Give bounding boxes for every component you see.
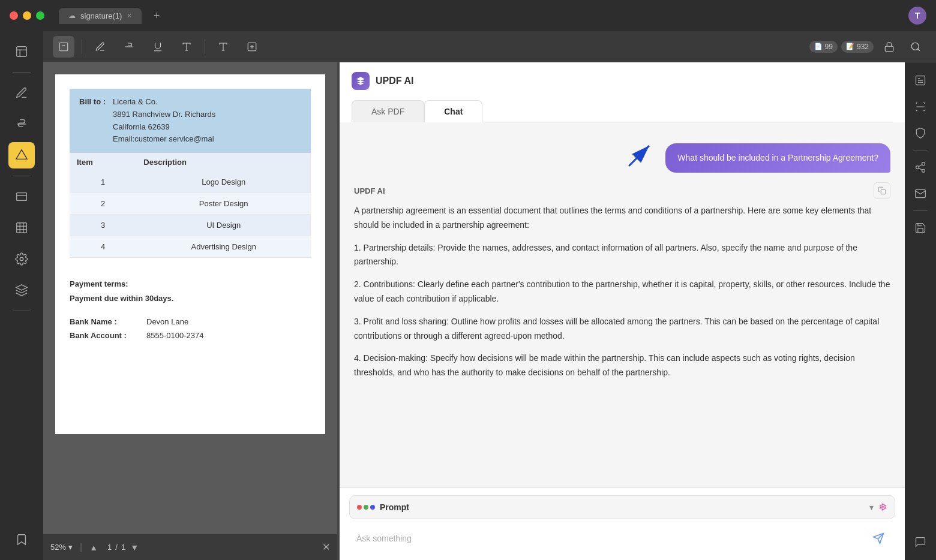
ask-input[interactable] (356, 534, 864, 543)
minimize-button[interactable] (23, 11, 31, 20)
comment-icon[interactable] (910, 531, 931, 553)
sidebar-item-list[interactable] (8, 183, 35, 210)
next-page-button[interactable]: ▼ (130, 543, 139, 552)
ai-logo: UPDF AI (352, 72, 893, 90)
separator: | (80, 542, 82, 553)
sidebar-item-highlight[interactable] (8, 142, 35, 168)
cloud-icon: ☁ (68, 11, 76, 20)
zoom-level: 52% (50, 543, 66, 552)
item-num: 4 (70, 236, 136, 258)
ask-input-row (349, 524, 895, 553)
text-box-button[interactable] (241, 36, 263, 58)
item-num: 1 (70, 171, 136, 193)
pdf-panel: Bill to : Liceria & Co. 3891 Ranchview D… (43, 62, 337, 560)
separator-3 (13, 311, 31, 311)
text-color-button[interactable] (176, 36, 197, 58)
search-button[interactable] (905, 36, 926, 58)
avatar: T (908, 7, 926, 25)
prompt-label: Prompt (380, 502, 409, 512)
prompt-bar[interactable]: Prompt ▾ ❄ (349, 495, 895, 519)
maximize-button[interactable] (36, 11, 44, 20)
table-row: 2 Poster Design (70, 193, 311, 215)
right-sidebar (905, 62, 936, 560)
zoom-control[interactable]: 52% ▾ (50, 543, 73, 552)
address-line1: 3891 Ranchview Dr. Richards (113, 109, 215, 121)
response-para-1: 1. Partnership details: Provide the name… (354, 241, 890, 270)
protect-icon[interactable] (910, 122, 931, 144)
svg-rect-24 (885, 46, 893, 51)
close-button[interactable] (10, 11, 18, 20)
response-para-0: A partnership agreement is an essential … (354, 204, 890, 233)
separator (82, 40, 82, 54)
tab-chat[interactable]: Chat (424, 100, 482, 122)
payment-terms-value: Payment due within 30days. (70, 291, 311, 305)
ocr-icon[interactable] (910, 70, 931, 91)
page-total: 1 (121, 543, 125, 552)
separator (13, 72, 31, 73)
strikethrough-tool-button[interactable] (118, 36, 140, 58)
bill-to-row: Bill to : Liceria & Co. 3891 Ranchview D… (79, 96, 301, 146)
words-count: 932 (857, 43, 869, 51)
words-badge: 📝 932 (841, 41, 874, 53)
tab-ask-pdf[interactable]: Ask PDF (352, 100, 424, 122)
pdf-page: Bill to : Liceria & Co. 3891 Ranchview D… (55, 74, 325, 434)
font-type-button[interactable] (212, 36, 234, 58)
sidebar-item-edit[interactable] (8, 246, 35, 272)
send-button[interactable] (869, 529, 888, 548)
svg-line-37 (919, 164, 922, 166)
sidebar-item-pen[interactable] (8, 80, 35, 106)
bank-account-value: 8555-0100-2374 (146, 331, 203, 340)
prompt-chevron-icon[interactable]: ▾ (869, 502, 874, 512)
zoom-chevron-icon: ▾ (68, 543, 73, 552)
pen-tool-button[interactable] (89, 36, 111, 58)
save-icon[interactable] (910, 217, 931, 239)
copy-button[interactable] (874, 182, 890, 199)
bank-name-label: Bank Name : (70, 317, 142, 326)
sidebar-item-table[interactable] (8, 215, 35, 241)
add-tab-button[interactable]: + (149, 8, 164, 23)
ai-logo-text: UPDF AI (376, 76, 413, 86)
ai-chat-area: What should be included in a Partnership… (340, 122, 905, 487)
separator-2 (13, 176, 31, 176)
bank-name-value: Devon Lane (146, 317, 188, 326)
sidebar-item-strikethrough[interactable] (8, 111, 35, 137)
traffic-lights (10, 11, 44, 20)
pages-badge: 📄 99 (809, 41, 838, 53)
share-icon[interactable] (910, 156, 931, 178)
svg-line-36 (919, 168, 922, 170)
tab-close-icon[interactable]: ✕ (127, 12, 132, 20)
email-icon[interactable] (910, 183, 931, 204)
ai-response-header: UPDF AI (354, 182, 890, 199)
underline-tool-button[interactable] (147, 36, 169, 58)
ai-response-text: A partnership agreement is an essential … (354, 204, 890, 380)
svg-marker-12 (16, 285, 27, 290)
company-name: Liceria & Co. (113, 96, 215, 109)
prev-page-button[interactable]: ▲ (89, 543, 98, 552)
bill-to-label: Bill to : (79, 96, 106, 146)
updf-ai-icon (352, 72, 370, 90)
payment-terms-label: Payment terms: (70, 277, 311, 291)
pages-icon: 📄 (814, 43, 823, 50)
arrow-indicator (622, 137, 658, 173)
table-row: 1 Logo Design (70, 171, 311, 193)
ai-tabs: Ask PDF Chat (352, 100, 893, 122)
bill-to-address: Liceria & Co. 3891 Ranchview Dr. Richard… (113, 96, 215, 146)
col-desc: Description (136, 153, 311, 171)
svg-line-28 (629, 146, 650, 166)
dot-red (357, 505, 362, 510)
bank-account-label: Bank Account : (70, 331, 142, 340)
scan-icon[interactable] (910, 96, 931, 118)
lock-button[interactable] (878, 36, 900, 58)
svg-point-33 (922, 162, 925, 165)
pdf-content: Bill to : Liceria & Co. 3891 Ranchview D… (43, 62, 337, 534)
sidebar-item-bookmark[interactable] (8, 526, 35, 553)
sidebar-item-pages[interactable] (8, 38, 35, 65)
text-tool-button[interactable] (53, 36, 74, 58)
close-button[interactable]: ✕ (322, 541, 330, 553)
sidebar-item-layers[interactable] (8, 277, 35, 303)
ai-response-label: UPDF AI (354, 186, 385, 195)
document-tab[interactable]: ☁ signature(1) ✕ (59, 8, 142, 24)
toolbar: 📄 99 📝 932 (43, 31, 936, 62)
page-separator: / (115, 543, 118, 552)
toolbar-right: 📄 99 📝 932 (809, 36, 926, 58)
